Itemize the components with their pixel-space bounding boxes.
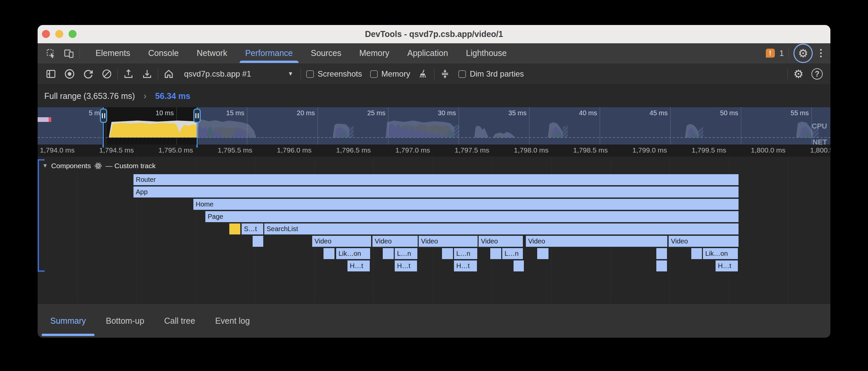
tab-console[interactable]: Console xyxy=(139,43,188,63)
memory-checkbox[interactable] xyxy=(370,70,378,78)
flame-entry[interactable] xyxy=(691,248,702,259)
tab-performance[interactable]: Performance xyxy=(236,43,302,63)
more-options-icon[interactable] xyxy=(817,49,825,57)
selection-handle-right[interactable] xyxy=(193,109,201,123)
flame-entry[interactable]: Home xyxy=(193,199,739,210)
target-selector[interactable]: qsvd7p.csb.app #1 ▼ xyxy=(179,69,298,79)
inspect-element-icon[interactable] xyxy=(43,46,58,61)
close-window-button[interactable] xyxy=(42,30,50,38)
tab-lighthouse[interactable]: Lighthouse xyxy=(457,43,516,63)
divider xyxy=(80,48,80,59)
flame-entry[interactable]: Video xyxy=(526,235,668,247)
chevron-down-icon: ▼ xyxy=(287,70,293,77)
tab-application[interactable]: Application xyxy=(398,43,457,63)
tab-network[interactable]: Network xyxy=(188,43,236,63)
minimap-gridline xyxy=(670,107,671,145)
divider xyxy=(118,68,118,79)
dim-3rd-parties-checkbox-row[interactable]: Dim 3rd parties xyxy=(456,69,527,79)
issues-count: 1 xyxy=(779,49,784,58)
minimap-time-label: 25 ms xyxy=(336,109,385,117)
flame-entry[interactable]: L…n xyxy=(454,248,477,259)
flame-entry[interactable]: Video xyxy=(478,235,523,247)
traffic-lights xyxy=(42,30,76,38)
custom-track-header[interactable]: ▼ Components — Custom track xyxy=(42,162,155,170)
tab-call-tree[interactable]: Call tree xyxy=(154,304,205,338)
collapse-sections-icon[interactable] xyxy=(437,66,453,82)
ruler-time-label: 1,797.5 ms xyxy=(433,146,489,154)
flame-entry[interactable]: H…t xyxy=(715,260,738,272)
full-range-breadcrumb[interactable]: Full range (3,653.76 ms) xyxy=(44,91,135,101)
divider xyxy=(301,68,301,79)
flame-gridline xyxy=(788,156,788,304)
flame-entry[interactable]: L…n xyxy=(394,248,418,259)
timeline-overview-minimap[interactable]: 5 ms10 ms15 ms20 ms25 ms30 ms35 ms40 ms4… xyxy=(38,107,830,145)
flame-entry[interactable] xyxy=(323,248,335,259)
ruler-time-label: 1,800.0 ms xyxy=(729,146,785,154)
flame-entry[interactable]: Lik…on xyxy=(336,248,370,259)
dock-side-icon[interactable] xyxy=(43,66,59,82)
flame-entry[interactable] xyxy=(537,248,549,259)
divider xyxy=(787,68,788,79)
flame-entry[interactable]: L…n xyxy=(502,248,523,259)
selection-handle-left[interactable] xyxy=(100,109,107,123)
track-subtitle: — Custom track xyxy=(105,162,156,170)
flame-entry[interactable]: Video xyxy=(372,235,418,247)
upload-profile-icon[interactable] xyxy=(121,66,136,82)
devtools-window: DevTools - qsvd7p.csb.app/video/1 Elemen… xyxy=(38,25,830,338)
minimize-window-button[interactable] xyxy=(55,30,63,38)
flame-entry[interactable]: H…t xyxy=(347,260,370,272)
flame-entry[interactable]: Video xyxy=(312,235,371,247)
flame-entry[interactable]: Router xyxy=(133,174,739,186)
minimap-gridline xyxy=(459,107,459,145)
flame-entry[interactable] xyxy=(513,260,524,272)
settings-gear-icon[interactable]: ⚙ xyxy=(798,48,808,59)
screenshots-checkbox[interactable] xyxy=(306,70,314,78)
clear-icon[interactable] xyxy=(99,66,115,82)
zoom-window-button[interactable] xyxy=(68,30,76,38)
tab-summary[interactable]: Summary xyxy=(40,304,96,338)
record-and-reload-icon[interactable] xyxy=(80,66,96,82)
flame-entry[interactable] xyxy=(442,248,453,259)
flame-entry[interactable] xyxy=(252,235,264,247)
flame-entry[interactable]: Page xyxy=(205,211,739,223)
collapse-triangle-icon[interactable]: ▼ xyxy=(42,163,48,169)
memory-checkbox-row[interactable]: Memory xyxy=(367,69,413,79)
ruler-time-label: 1,797.0 ms xyxy=(373,146,430,154)
device-toolbar-icon[interactable] xyxy=(62,46,76,61)
tab-event-log[interactable]: Event log xyxy=(205,304,259,338)
performance-toolbar: qsvd7p.csb.app #1 ▼ Screenshots Memory xyxy=(38,63,830,85)
selected-range-breadcrumb[interactable]: 56.34 ms xyxy=(155,91,190,101)
flame-entry[interactable] xyxy=(490,248,502,259)
issues-icon[interactable]: ! xyxy=(766,49,775,58)
flame-entry[interactable]: Video xyxy=(668,235,739,247)
collect-garbage-icon[interactable] xyxy=(415,66,431,82)
flame-entry[interactable]: H…t xyxy=(394,260,417,272)
help-icon[interactable]: ? xyxy=(809,66,825,82)
flame-entry[interactable]: App xyxy=(133,186,739,198)
tab-bottom-up[interactable]: Bottom-up xyxy=(96,304,154,338)
tab-elements[interactable]: Elements xyxy=(87,43,139,63)
flame-entry[interactable] xyxy=(656,248,667,259)
download-profile-icon[interactable] xyxy=(139,66,155,82)
flame-entry[interactable] xyxy=(229,223,241,235)
memory-label: Memory xyxy=(381,69,410,79)
record-icon[interactable] xyxy=(62,66,78,82)
flame-entry[interactable]: Lik…on xyxy=(703,248,738,259)
screenshots-checkbox-row[interactable]: Screenshots xyxy=(304,69,365,79)
tab-memory[interactable]: Memory xyxy=(350,43,398,63)
flame-entry[interactable]: H…t xyxy=(454,260,477,272)
tab-sources[interactable]: Sources xyxy=(302,43,350,63)
flame-chart[interactable]: ▼ Components — Custom track RouterAppHom… xyxy=(38,156,830,304)
capture-settings-gear-icon[interactable]: ⚙ xyxy=(790,66,806,82)
flame-entry[interactable]: SearchList xyxy=(264,223,739,235)
dim-3rd-parties-label: Dim 3rd parties xyxy=(470,69,524,79)
screenshots-label: Screenshots xyxy=(317,69,362,79)
dim-3rd-parties-checkbox[interactable] xyxy=(458,70,466,78)
home-icon[interactable] xyxy=(161,66,177,82)
flame-entry[interactable] xyxy=(382,248,394,259)
flame-entry[interactable]: S…t xyxy=(241,223,264,235)
track-selection-bracket xyxy=(38,159,39,272)
flame-entry[interactable] xyxy=(656,260,667,272)
flame-entry[interactable]: Video xyxy=(418,235,478,247)
minimap-gridline xyxy=(741,107,741,145)
